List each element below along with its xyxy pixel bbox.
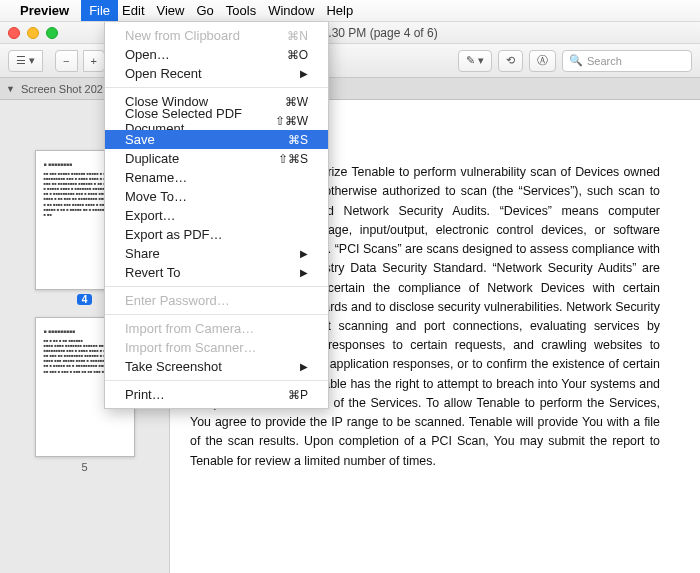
sidebar-toggle-button[interactable]: ☰ ▾ [8, 50, 43, 72]
menu-view[interactable]: View [157, 3, 185, 18]
menu-item-move-to[interactable]: Move To… [105, 187, 328, 206]
menu-item-rename[interactable]: Rename… [105, 168, 328, 187]
menu-edit[interactable]: Edit [122, 3, 144, 18]
submenu-arrow-icon: ▶ [300, 361, 308, 372]
menu-tools[interactable]: Tools [226, 3, 256, 18]
minimize-window-button[interactable] [27, 27, 39, 39]
menu-item-revert-to[interactable]: Revert To▶ [105, 263, 328, 282]
page-number-label: 5 [81, 461, 87, 473]
menu-item-enter-password: Enter Password… [105, 291, 328, 310]
menu-go[interactable]: Go [196, 3, 213, 18]
menu-item-open[interactable]: Open…⌘O [105, 45, 328, 64]
menu-item-import-from-scanner: Import from Scanner… [105, 338, 328, 357]
search-placeholder: Search [587, 55, 622, 67]
menu-item-label: Revert To [125, 265, 180, 280]
chevron-down-icon[interactable]: ▼ [6, 84, 15, 94]
menu-item-label: Export… [125, 208, 176, 223]
submenu-arrow-icon: ▶ [300, 267, 308, 278]
menu-item-duplicate[interactable]: Duplicate⇧⌘S [105, 149, 328, 168]
menu-item-label: Save [125, 132, 155, 147]
menu-item-share[interactable]: Share▶ [105, 244, 328, 263]
menu-item-export[interactable]: Export… [105, 206, 328, 225]
menu-window[interactable]: Window [268, 3, 314, 18]
menu-shortcut: ⌘W [285, 95, 308, 109]
zoom-out-button[interactable]: − [55, 50, 77, 72]
menu-item-label: Move To… [125, 189, 187, 204]
app-name[interactable]: Preview [20, 3, 69, 18]
menu-item-close-selected-pdf-document[interactable]: Close Selected PDF Document⇧⌘W [105, 111, 328, 130]
page-badge: 4 [77, 294, 93, 305]
menu-item-label: Rename… [125, 170, 187, 185]
menu-shortcut: ⌘N [287, 29, 308, 43]
close-window-button[interactable] [8, 27, 20, 39]
menu-item-label: Import from Scanner… [125, 340, 257, 355]
menu-file[interactable]: File [81, 0, 118, 21]
menu-shortcut: ⌘S [288, 133, 308, 147]
zoom-in-button[interactable]: + [83, 50, 105, 72]
file-menu-dropdown: New from Clipboard⌘NOpen…⌘OOpen Recent▶C… [104, 22, 329, 409]
zoom-window-button[interactable] [46, 27, 58, 39]
menu-item-label: New from Clipboard [125, 28, 240, 43]
menu-item-open-recent[interactable]: Open Recent▶ [105, 64, 328, 83]
tab-title[interactable]: Screen Shot 202 [21, 83, 103, 95]
menu-item-label: Take Screenshot [125, 359, 222, 374]
menu-shortcut: ⇧⌘W [275, 114, 308, 128]
menu-item-print[interactable]: Print…⌘P [105, 385, 328, 404]
menu-item-import-from-camera: Import from Camera… [105, 319, 328, 338]
menu-item-label: Export as PDF… [125, 227, 223, 242]
markup-button[interactable]: Ⓐ [529, 50, 556, 72]
submenu-arrow-icon: ▶ [300, 68, 308, 79]
menu-shortcut: ⌘P [288, 388, 308, 402]
menu-item-label: Duplicate [125, 151, 179, 166]
menu-item-take-screenshot[interactable]: Take Screenshot▶ [105, 357, 328, 376]
menubar: Preview File Edit View Go Tools Window H… [0, 0, 700, 22]
menu-item-export-as-pdf[interactable]: Export as PDF… [105, 225, 328, 244]
menu-help[interactable]: Help [326, 3, 353, 18]
highlight-button[interactable]: ✎ ▾ [458, 50, 492, 72]
submenu-arrow-icon: ▶ [300, 248, 308, 259]
menu-item-new-from-clipboard: New from Clipboard⌘N [105, 26, 328, 45]
menu-item-save[interactable]: Save⌘S [105, 130, 328, 149]
search-field[interactable]: 🔍 Search [562, 50, 692, 72]
menu-item-label: Import from Camera… [125, 321, 254, 336]
rotate-button[interactable]: ⟲ [498, 50, 523, 72]
menu-shortcut: ⌘O [287, 48, 308, 62]
menu-item-label: Open Recent [125, 66, 202, 81]
menu-item-label: Enter Password… [125, 293, 230, 308]
menu-item-label: Share [125, 246, 160, 261]
search-icon: 🔍 [569, 54, 583, 67]
menu-item-label: Print… [125, 387, 165, 402]
menu-shortcut: ⇧⌘S [278, 152, 308, 166]
menu-item-label: Open… [125, 47, 170, 62]
